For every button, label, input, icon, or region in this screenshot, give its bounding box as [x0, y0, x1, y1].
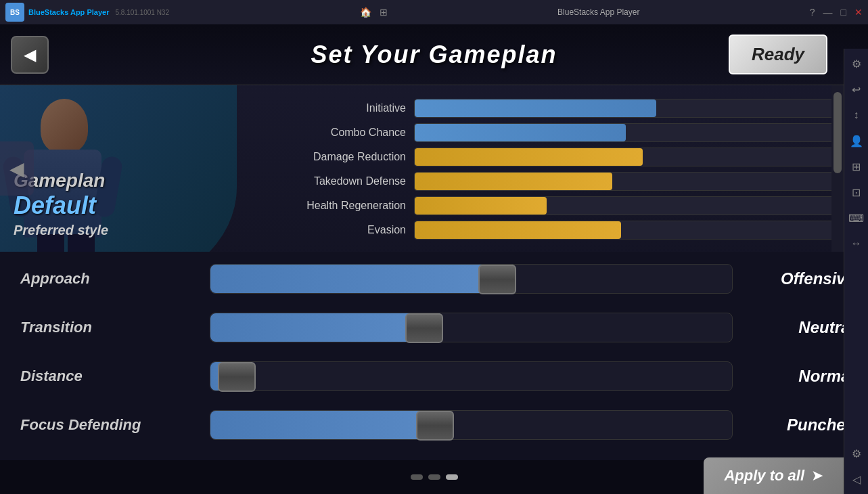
window-title: BlueStacks App Player	[396, 7, 802, 17]
bs-profile-icon[interactable]: 👤	[847, 131, 866, 150]
nav-arrow-left[interactable]: ◀	[0, 141, 34, 196]
stat-bar-fill	[415, 173, 612, 190]
slider-thumb[interactable]	[218, 362, 256, 392]
stat-row: Health Regeneration	[271, 196, 854, 215]
apply-arrow-icon: ➤	[811, 467, 823, 485]
stat-bar-fill	[415, 221, 621, 239]
back-button[interactable]: ◀	[11, 36, 49, 74]
bs-rotate-icon[interactable]: ↕	[847, 106, 866, 125]
slider-fill	[210, 411, 451, 439]
stat-row: Takedown Defense	[271, 172, 854, 191]
restore-icon[interactable]: □	[841, 7, 846, 18]
stat-label: Takedown Defense	[271, 175, 406, 187]
stat-label: Health Regeneration	[271, 200, 406, 212]
slider-track[interactable]	[210, 264, 733, 294]
stat-bar-container	[414, 123, 854, 142]
left-panel: Gameplan Default Preferred style ◀	[0, 85, 264, 252]
ready-button[interactable]: Ready	[729, 35, 827, 74]
slider-label: Transition	[20, 319, 196, 336]
close-icon[interactable]: ✕	[854, 7, 863, 18]
stat-label: Evasion	[271, 224, 406, 236]
stat-bar-fill	[415, 148, 643, 166]
slider-value-label: Normal	[746, 367, 854, 386]
slider-row: Focus DefendingPunches	[20, 405, 854, 445]
slider-value-label: Neutral	[746, 318, 854, 337]
stat-bar-container	[414, 148, 854, 166]
apply-all-label: Apply to all	[724, 467, 804, 485]
stat-bar-container	[414, 99, 854, 118]
app-name-text: BlueStacks App Player 5.8.101.1001 N32	[28, 8, 169, 16]
bs-resize-icon[interactable]: ↔	[847, 234, 866, 253]
slider-label: Approach	[20, 270, 196, 288]
bs-keymapping-icon[interactable]: ⌨	[847, 208, 866, 227]
home-icon[interactable]: 🏠	[360, 7, 371, 18]
window-controls: 🏠 ⊞ BlueStacks App Player ? — □ ✕	[360, 7, 863, 18]
slider-thumb[interactable]	[405, 313, 443, 343]
bs-sidebar: ⚙ ↩ ↕ 👤 ⊞ ⊡ ⌨ ↔ ⚙ ◁	[844, 49, 868, 494]
bs-macro-icon[interactable]: ⊡	[847, 183, 866, 202]
slider-row: TransitionNeutral	[20, 307, 854, 348]
slider-track[interactable]	[210, 313, 733, 342]
slider-value-label: Offensive	[746, 269, 854, 288]
bottom-bar: Apply to all ➤	[0, 460, 868, 494]
stat-label: Initiative	[271, 102, 406, 114]
gameplan-default: Default	[14, 192, 108, 220]
slider-fill	[210, 265, 513, 293]
scrollbar[interactable]	[831, 85, 844, 252]
slider-row: DistanceNormal	[20, 356, 854, 397]
bs-back-icon[interactable]: ↩	[847, 80, 866, 99]
scrollbar-thumb[interactable]	[833, 92, 842, 173]
slider-label: Focus Defending	[20, 416, 196, 434]
preferred-style: Preferred style	[14, 223, 108, 238]
slider-thumb[interactable]	[416, 411, 454, 441]
page-title: Set Your Gameplan	[311, 41, 557, 69]
stat-bar-container	[414, 172, 854, 191]
apply-all-button[interactable]: Apply to all ➤	[704, 457, 844, 494]
stat-row: Combo Chance	[271, 123, 854, 142]
slider-track[interactable]	[210, 410, 733, 440]
content-area: Gameplan Default Preferred style ◀ Initi…	[0, 85, 868, 252]
slider-thumb[interactable]	[478, 265, 516, 294]
slider-value-label: Punches	[746, 416, 854, 434]
stat-label: Damage Reduction	[271, 151, 406, 163]
page-dot[interactable]	[428, 474, 440, 480]
stat-label: Combo Chance	[271, 127, 406, 139]
bs-settings-icon[interactable]: ⚙	[847, 54, 866, 73]
minimize-icon[interactable]: —	[823, 7, 833, 18]
title-bar: BS BlueStacks App Player 5.8.101.1001 N3…	[0, 0, 868, 24]
stat-row: Evasion	[271, 221, 854, 240]
stats-grid: InitiativeCombo ChanceDamage ReductionTa…	[271, 99, 854, 240]
bs-gear-icon[interactable]: ⚙	[847, 444, 866, 463]
app-logo: BS	[5, 3, 24, 22]
stat-bar-container	[414, 196, 854, 215]
slider-label: Distance	[20, 367, 196, 385]
game-header: ◀ Set Your Gameplan Ready	[0, 24, 868, 85]
page-dot[interactable]	[446, 474, 458, 480]
stat-row: Damage Reduction	[271, 148, 854, 166]
stat-bar-container	[414, 221, 854, 240]
slider-row: ApproachOffensive	[20, 259, 854, 299]
stat-bar-fill	[415, 99, 656, 117]
stat-bar-fill	[415, 124, 626, 141]
bs-multi-icon[interactable]: ⊞	[847, 157, 866, 176]
sliders-section: ApproachOffensiveTransitionNeutralDistan…	[0, 252, 868, 460]
stat-bar-fill	[415, 197, 547, 215]
game-area: ◀ Set Your Gameplan Ready	[0, 24, 868, 494]
stats-panel: InitiativeCombo ChanceDamage ReductionTa…	[264, 85, 868, 252]
bs-arrow-icon[interactable]: ◁	[847, 470, 866, 489]
help-icon[interactable]: ?	[810, 7, 815, 18]
slider-track[interactable]	[210, 361, 733, 391]
multi-instance-icon[interactable]: ⊞	[380, 7, 388, 18]
page-dot[interactable]	[411, 474, 423, 480]
page-dots	[411, 469, 458, 485]
stat-row: Initiative	[271, 99, 854, 118]
